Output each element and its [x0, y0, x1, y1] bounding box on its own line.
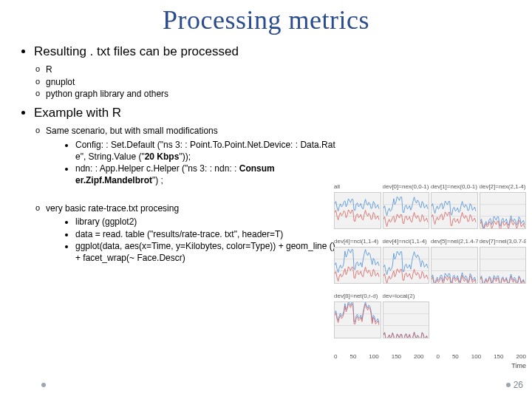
facet-label: dev[8]=net(0,r-d) [334, 293, 381, 300]
slide-title: Processing metrics [0, 4, 532, 35]
page-number: 26 [506, 380, 523, 390]
tick: 50 [452, 353, 459, 360]
sub-rate-trace-label: very basic rate-trace.txt procesing [46, 203, 179, 214]
tick: 200 [516, 353, 526, 360]
tick: 50 [349, 353, 356, 360]
tick: 0 [334, 353, 337, 360]
tick: 150 [494, 353, 503, 360]
sub-rate-trace: very basic rate-trace.txt procesing libr… [46, 202, 338, 264]
facet-chart-grid: alldev[0]=nex(0,0-1)dev[1]=nex(0,0-1)dev… [334, 176, 526, 338]
facet-label [480, 299, 527, 300]
bullet-resulting: Resulting . txt files can be processed [34, 44, 338, 59]
code-helper: ndn: : App.Helper c.Helper ("ns 3: : ndn… [75, 163, 338, 186]
sub-r: R [46, 64, 338, 75]
facet-panel [383, 301, 430, 338]
slide-body: Resulting . txt files can be processed R… [21, 44, 338, 270]
facet-panel [334, 192, 381, 229]
facet-label [431, 299, 478, 300]
chart-xlabel: Time [334, 362, 526, 369]
sub-python: python graph library and others [46, 88, 338, 100]
facet-label: dev[7]=nel(3,0.7-8) [480, 238, 527, 245]
sub-gnuplot: gnuplot [46, 76, 338, 88]
tick: 100 [369, 353, 378, 360]
tick: 150 [392, 353, 401, 360]
facet-panel [431, 247, 478, 284]
tick: 200 [414, 353, 423, 360]
facet-panel [383, 247, 430, 284]
dot-icon [506, 383, 511, 387]
code-readtable: data = read. table ("results/rate-trace.… [75, 228, 338, 240]
facet-panel [334, 301, 381, 338]
code-config: Config: : Set.Default ("ns 3: : Point.To… [75, 139, 338, 163]
sub-same-scenario: Same scenario, but with small modificati… [46, 125, 338, 186]
bullet-example: Example with R [34, 106, 338, 120]
facet-label: dev[4]=ncl(1,1-4) [334, 238, 381, 245]
facet-panel [480, 247, 527, 284]
facet-label: dev=local(2) [383, 293, 430, 300]
facet-label: dev[4]=ncl(1,1-4) [383, 238, 430, 245]
facet-panel [480, 192, 527, 229]
facet-label: dev[0]=nex(0,0-1) [383, 183, 430, 191]
sub-same-scenario-label: Same scenario, but with small modificati… [46, 126, 218, 136]
facet-label: dev[5]=nel(2,1.4-7) [431, 238, 478, 245]
code-ggplot: ggplot(data, aes(x=Time, y=Kilobytes, co… [75, 240, 338, 264]
tick: 0 [436, 353, 439, 360]
code-library: library (ggplot2) [75, 216, 338, 228]
facet-panel [334, 247, 381, 284]
chart-xaxis-ticks: 0 50 100 150 200 0 50 100 150 200 [334, 353, 526, 360]
facet-panel [383, 192, 430, 229]
footer-dot-icon [41, 383, 46, 387]
facet-label: all [334, 183, 381, 191]
page-number-value: 26 [514, 380, 523, 390]
tick: 100 [471, 353, 481, 360]
facet-label: dev[2]=nex(2,1-4) [480, 183, 527, 191]
facet-label: dev[1]=nex(0,0-1) [431, 183, 478, 191]
facet-panel [431, 192, 478, 229]
